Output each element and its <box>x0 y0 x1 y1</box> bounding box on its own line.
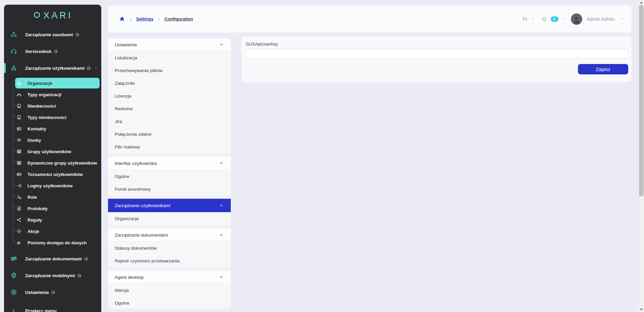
settings-section: Agent desktop Wersja Ogólne <box>108 270 231 309</box>
settings-section-title: Interfejs użytkownika <box>115 161 157 166</box>
bell-icon[interactable] <box>541 16 547 22</box>
user-name[interactable]: Admin Admin <box>587 16 614 22</box>
gusapiuserkey-input[interactable] <box>245 49 628 59</box>
settings-section-header[interactable]: Zarządzanie użytkownikami <box>108 199 231 212</box>
settings-menu-item[interactable]: Jira <box>108 115 231 128</box>
chevron-up-icon <box>219 203 224 208</box>
caret-down-icon[interactable] <box>532 17 535 20</box>
sidebar-item[interactable]: Zarządzanie zasobami <box>4 26 101 43</box>
sidebar-subitem[interactable]: Typy nieobecności <box>4 112 101 123</box>
sidebar-subitem[interactable]: Akcje <box>4 226 101 237</box>
breadcrumb-link-settings[interactable]: Settings <box>136 16 153 21</box>
settings-menu-item[interactable]: Licencja <box>108 89 231 102</box>
settings-menu-item-label: Połączenia zdalne <box>115 132 152 137</box>
sidebar-subitem[interactable]: Grupy użytkowników <box>4 146 101 157</box>
gear-hex-icon <box>10 289 17 296</box>
contact-card-icon <box>16 126 22 131</box>
sidebar-subitem[interactable]: Typy organizacji <box>4 89 101 100</box>
people-icon <box>16 137 22 143</box>
sidebar-item[interactable]: Zarządzanie mobilnymi <box>4 267 101 284</box>
sidebar-subitem-label: Dynamiczne grupy użytkowników <box>28 161 97 166</box>
sidebar-subitem[interactable]: Poziomy dostępu do danych <box>4 237 101 248</box>
vector-icon <box>16 92 22 97</box>
logo-hexagon-icon <box>33 11 41 20</box>
sidebar-subitem-label: Kontakty <box>28 126 46 131</box>
user-group-icon <box>16 149 22 154</box>
page-scrollbar[interactable] <box>639 0 644 312</box>
scroll-down-arrow-icon[interactable] <box>640 309 643 310</box>
settings-section-header[interactable]: Agent desktop <box>108 270 231 284</box>
sidebar-item[interactable]: Zarządzanie użytkownikami <box>4 60 101 76</box>
settings-menu-item-label: Organizacje <box>115 216 139 221</box>
settings-menu-item[interactable]: Filtr mailowy <box>108 140 231 153</box>
sidebar-main-items: Zarządzanie zasobami Servicedesk Zarządz… <box>4 26 101 76</box>
toggle-menu-label: Przełącz menu <box>25 308 57 312</box>
sidebar-submenu: Organizacje Typy organizacji Nieobecnośc… <box>4 78 101 248</box>
home-icon[interactable] <box>119 16 125 22</box>
sidebar-subitem-label: Loginy użytkowników <box>28 183 72 188</box>
settings-menu-item[interactable]: Ogólne <box>108 170 231 183</box>
settings-menu-item[interactable]: Lokalizacja <box>108 51 231 64</box>
collapse-icon <box>11 308 16 312</box>
settings-menu-item[interactable]: Organizacje <box>108 212 231 225</box>
settings-menu-item[interactable]: Przechowywanie plików <box>108 64 231 77</box>
settings-menu-item[interactable]: Wersja <box>108 284 231 297</box>
sidebar-subitem[interactable]: Osoby <box>4 134 101 146</box>
sidebar: XARI Zarządzanie zasobami Servicedesk <box>4 5 101 312</box>
mobile-shield-icon <box>10 272 17 279</box>
settings-menu-item[interactable]: Ogólne <box>108 297 231 309</box>
save-button[interactable]: Zapisz <box>578 64 628 74</box>
scrollbar-thumb[interactable] <box>639 5 644 196</box>
settings-section-header[interactable]: Zarządzanie dokumentami <box>108 228 231 242</box>
sidebar-subitem[interactable]: Nieobecności <box>4 100 101 112</box>
settings-section-title: Agent desktop <box>115 275 144 280</box>
avatar[interactable] <box>571 13 582 25</box>
breadcrumb: › Settings › Configuration <box>119 16 193 22</box>
hand-icon <box>16 240 22 245</box>
settings-section: Ustawienia Lokalizacja Przechowywanie pl… <box>108 38 231 153</box>
settings-menu-item[interactable]: Załączniki <box>108 77 231 89</box>
org-chart-icon <box>16 80 22 86</box>
role-icon <box>16 194 22 200</box>
sidebar-subitem[interactable]: Tożsamości użytkowników <box>4 169 101 180</box>
topbar: › Settings › Configuration PL 0 Admin Ad… <box>108 5 632 33</box>
scroll-up-arrow-icon[interactable] <box>640 2 643 3</box>
settings-menu-item-label: Filtr mailowy <box>115 144 140 149</box>
headset-icon <box>10 48 17 55</box>
sidebar-subitem-label: Typy nieobecności <box>28 115 66 120</box>
settings-menu-item[interactable]: Redmine <box>108 102 231 115</box>
breadcrumb-separator: › <box>158 16 160 22</box>
sidebar-toggle-menu[interactable]: Przełącz menu <box>4 303 101 312</box>
sidebar-subitem[interactable]: Role <box>4 191 101 203</box>
login-icon <box>16 183 22 188</box>
journal-icon <box>16 103 22 109</box>
settings-menu-item[interactable]: Statusy dokumentów <box>108 242 231 254</box>
sidebar-subitem[interactable]: Reguły <box>4 214 101 226</box>
settings-section-header[interactable]: Ustawienia <box>108 38 231 51</box>
sidebar-subitem[interactable]: Organizacje <box>15 78 100 88</box>
gusapiuserkey-label: GUSApiUserKey <box>246 42 632 47</box>
notifications-badge[interactable]: 0 <box>551 16 558 22</box>
settings-menu-item-label: Licencja <box>115 93 131 99</box>
sidebar-subitem[interactable]: Kontakty <box>4 123 101 134</box>
sidebar-subitem[interactable]: Dynamiczne grupy użytkowników <box>4 157 101 169</box>
sidebar-item[interactable]: Zarządzanie dokumentami <box>4 250 101 267</box>
sidebar-subitem[interactable]: Protokoły <box>4 203 101 214</box>
protocol-icon <box>16 206 22 211</box>
settings-section-header[interactable]: Interfejs użytkownika <box>108 157 231 170</box>
settings-menu-item[interactable]: Rejestr czynności przetwarzania <box>108 254 231 267</box>
target-icon <box>16 229 22 234</box>
sidebar-subitem[interactable]: Loginy użytkowników <box>4 180 101 191</box>
settings-menu-item[interactable]: Połączenia zdalne <box>108 128 231 140</box>
topbar-right: PL 0 Admin Admin <box>523 13 624 25</box>
settings-menu-item[interactable]: Portal anonimowy <box>108 183 231 195</box>
sidebar-item-label: Zarządzanie mobilnymi <box>25 273 75 278</box>
caret-down-icon[interactable] <box>621 17 624 20</box>
sidebar-subitem-label: Akcje <box>28 229 39 234</box>
resources-icon <box>10 31 17 38</box>
sidebar-item[interactable]: Servicedesk <box>4 43 101 60</box>
sidebar-item[interactable]: Ustawienia <box>4 284 101 301</box>
language-selector[interactable]: PL <box>523 16 528 21</box>
caret-down-icon[interactable] <box>562 17 565 20</box>
breadcrumb-link-configuration[interactable]: Configuration <box>164 16 193 21</box>
